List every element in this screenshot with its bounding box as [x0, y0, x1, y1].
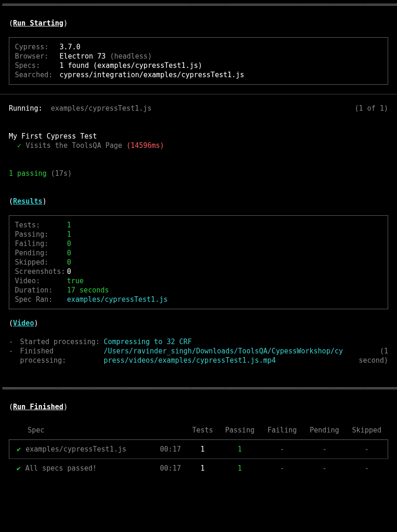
results-row: Spec Ran:examples/cypressTest1.js — [15, 295, 382, 304]
video-header: (Video) — [9, 319, 388, 328]
col-failing: Failing — [261, 421, 303, 440]
cypress-label: Cypress: — [15, 42, 60, 52]
video-started-label: Started processing: — [20, 337, 104, 346]
results-value: 0 — [67, 239, 71, 248]
col-spec: Spec — [9, 421, 155, 440]
passing-summary: 1 passing (17s) — [9, 169, 388, 178]
check-icon: ✔ — [17, 464, 21, 472]
col-passing: Passing — [218, 421, 261, 440]
results-value: 1 — [67, 230, 71, 239]
table-summary-row: ✔All specs passed! 00:17 1 1 - - - — [9, 459, 388, 478]
results-box: Tests:1Passing:1Failing:0Pending:0Skippe… — [9, 215, 388, 309]
dash-icon: - — [9, 337, 20, 346]
test-suite-name: My First Cypress Test — [9, 132, 388, 141]
video-finished-label: Finished processing: — [20, 346, 104, 365]
top-rule: ════════════════════════════════════════… — [0, 0, 397, 9]
results-value: 0 — [67, 258, 71, 267]
video-started-value: Compressing to 32 CRF — [104, 337, 346, 346]
results-label: Pending: — [15, 248, 67, 258]
running-count: (1 of 1) — [355, 104, 388, 113]
run-finished-table: Spec Tests Passing Failing Pending Skipp… — [9, 421, 388, 478]
running-line: Running: examples/cypressTest1.js (1 of … — [9, 104, 388, 113]
results-row: Screenshots:0 — [15, 267, 382, 276]
col-tests: Tests — [186, 421, 218, 440]
results-row: Duration:17 seconds — [15, 286, 382, 295]
col-skipped: Skipped — [345, 421, 388, 440]
video-finished-value: /Users/ravinder_singh/Downloads/ToolsQA/… — [104, 346, 346, 365]
cypress-value: 3.7.0 — [60, 42, 80, 52]
results-row: Passing:1 — [15, 230, 382, 239]
browser-label: Browser: — [15, 52, 60, 61]
results-row: Failing:0 — [15, 239, 382, 248]
results-label: Spec Ran: — [15, 295, 67, 304]
results-label: Video: — [15, 276, 67, 286]
results-value: examples/cypressTest1.js — [67, 295, 168, 304]
run-starting-header: (Run Starting) — [9, 19, 388, 28]
run-starting-box: Cypress: 3.7.0 Browser: Electron 73 (hea… — [9, 37, 388, 85]
results-label: Skipped: — [15, 258, 67, 267]
video-finished-time: (1 second) — [346, 346, 388, 365]
results-value: true — [67, 276, 84, 286]
results-value: 1 — [67, 220, 71, 230]
run-finished-header: (Run Finished) — [9, 402, 388, 412]
results-value: 17 seconds — [67, 286, 109, 295]
table-row: ✔examples/cypressTest1.js 00:17 1 1 - - … — [9, 440, 388, 459]
results-row: Tests:1 — [15, 220, 382, 230]
results-label: Screenshots: — [15, 267, 67, 276]
results-row: Video:true — [15, 276, 382, 286]
col-pending: Pending — [303, 421, 345, 440]
results-value: 0 — [67, 248, 71, 258]
results-row: Pending:0 — [15, 248, 382, 258]
results-label: Duration: — [15, 286, 67, 295]
searched-label: Searched: — [15, 70, 60, 80]
results-label: Tests: — [15, 220, 67, 230]
bottom-rule: ════════════════════════════════════════… — [0, 384, 397, 393]
divider — [0, 94, 397, 94]
specs-value: 1 found (examples/cypressTest1.js) — [60, 61, 202, 70]
browser-value: Electron 73 (headless) — [60, 52, 152, 61]
specs-label: Specs: — [15, 61, 60, 70]
results-row: Skipped:0 — [15, 258, 382, 267]
results-header: (Results) — [9, 197, 388, 206]
results-label: Failing: — [15, 239, 67, 248]
table-header-row: Spec Tests Passing Failing Pending Skipp… — [9, 421, 388, 440]
check-icon: ✓ — [17, 141, 21, 150]
check-icon: ✔ — [17, 445, 21, 453]
searched-value: cypress/integration/examples/cypressTest… — [60, 70, 244, 80]
video-block: - Started processing: Compressing to 32 … — [9, 337, 388, 365]
results-label: Passing: — [15, 230, 67, 239]
col-time — [154, 421, 186, 440]
results-value: 0 — [67, 267, 71, 276]
test-case-line: ✓ Visits the ToolsQA Page (14596ms) — [9, 141, 388, 150]
dash-icon: - — [9, 346, 20, 365]
